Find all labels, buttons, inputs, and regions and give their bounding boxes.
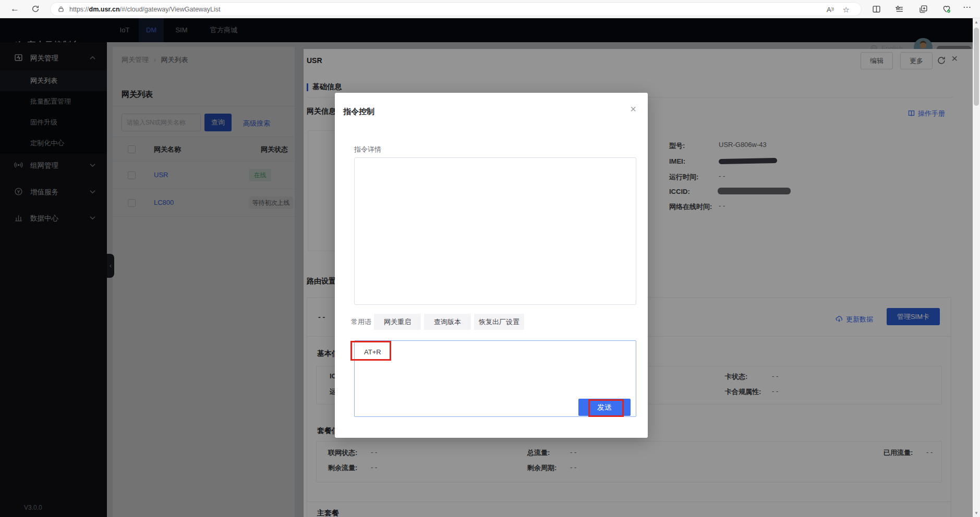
favorite-star-icon[interactable]: ☆	[843, 5, 850, 15]
modal-title: 指令控制	[343, 107, 374, 117]
modal-close-icon[interactable]: ×	[630, 103, 636, 115]
scrollbar-thumb[interactable]	[974, 28, 979, 106]
page-scrollbar[interactable]: ▲ ▼	[973, 18, 980, 517]
scroll-down-icon[interactable]: ▼	[973, 511, 980, 515]
quick-button-reboot[interactable]: 网关重启	[374, 314, 421, 330]
browser-toolbar: ← https://dm.usr.cn/#/cloud/gateway/View…	[0, 0, 980, 18]
common-phrases-label: 常用语	[351, 317, 371, 327]
command-input-box[interactable]: AT+R 发送	[354, 340, 636, 417]
split-screen-icon[interactable]	[872, 5, 881, 14]
lock-icon[interactable]	[58, 6, 64, 13]
address-bar[interactable]: https://dm.usr.cn/#/cloud/gateway/ViewGa…	[50, 2, 862, 16]
command-value[interactable]: AT+R	[364, 348, 381, 356]
scroll-up-icon[interactable]: ▲	[973, 20, 980, 24]
favorites-list-icon[interactable]	[895, 5, 904, 14]
browser-essentials-icon[interactable]	[942, 5, 951, 14]
url-text[interactable]: https://dm.usr.cn/#/cloud/gateway/ViewGa…	[69, 6, 221, 13]
quick-button-query-version[interactable]: 查询版本	[424, 314, 471, 330]
browser-more-icon[interactable]: ⋯	[963, 3, 971, 11]
browser-refresh-icon[interactable]	[31, 5, 40, 13]
collections-icon[interactable]	[919, 5, 928, 14]
command-control-modal: 指令控制 × 指令详情 常用语 网关重启 查询版本 恢复出厂设置 AT+R 发送	[335, 93, 648, 438]
send-button[interactable]: 发送	[578, 399, 631, 416]
read-aloud-icon[interactable]: A))	[827, 6, 834, 14]
command-detail-textarea[interactable]	[354, 157, 636, 305]
quick-button-factory-reset[interactable]: 恢复出厂设置	[474, 314, 524, 330]
command-detail-label: 指令详情	[354, 145, 381, 154]
browser-back-icon[interactable]: ←	[10, 4, 19, 13]
